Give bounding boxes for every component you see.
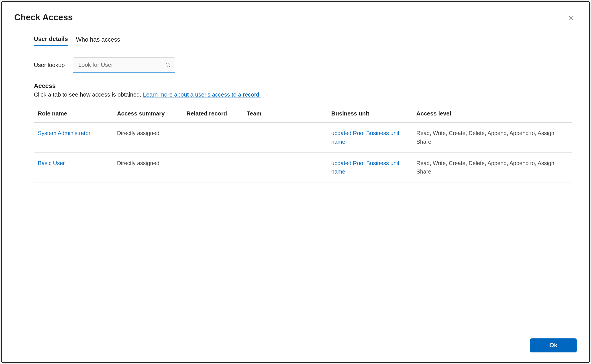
cell-access-summary: Directly assigned: [113, 123, 182, 153]
check-access-dialog: Check Access User details Who has access…: [1, 1, 590, 363]
close-icon: [568, 15, 574, 21]
dialog-title: Check Access: [14, 13, 73, 22]
close-button[interactable]: [566, 13, 575, 23]
table-row: System Administrator Directly assigned u…: [34, 123, 572, 153]
cell-related-record: [182, 152, 243, 182]
cell-team: [243, 123, 327, 153]
access-heading: Access: [34, 82, 577, 90]
col-business-unit: Business unit: [327, 110, 412, 123]
learn-more-link[interactable]: Learn more about a user's access to a re…: [143, 91, 261, 98]
col-access-level: Access level: [412, 110, 572, 123]
col-role-name: Role name: [34, 110, 113, 123]
user-lookup-label: User lookup: [34, 62, 65, 69]
cell-team: [243, 152, 327, 182]
user-lookup-input[interactable]: [73, 57, 175, 72]
cell-access-level: Read, Write, Create, Delete, Append, App…: [412, 123, 572, 153]
cell-role-name[interactable]: Basic User: [34, 152, 113, 182]
user-lookup-field: [73, 57, 175, 72]
access-description: Click a tab to see how access is obtaine…: [34, 91, 577, 98]
cell-business-unit[interactable]: updated Root Business unit name: [327, 152, 412, 182]
cell-access-summary: Directly assigned: [113, 152, 182, 182]
tab-list: User details Who has access: [34, 36, 577, 46]
table-header-row: Role name Access summary Related record …: [34, 110, 572, 123]
cell-business-unit[interactable]: updated Root Business unit name: [327, 123, 412, 153]
col-access-summary: Access summary: [113, 110, 182, 123]
col-related-record: Related record: [182, 110, 243, 123]
col-team: Team: [243, 110, 327, 123]
table-row: Basic User Directly assigned updated Roo…: [34, 152, 572, 182]
cell-role-name[interactable]: System Administrator: [34, 123, 113, 153]
access-table: Role name Access summary Related record …: [34, 110, 572, 182]
tab-user-details[interactable]: User details: [34, 36, 68, 46]
cell-access-level: Read, Write, Create, Delete, Append, App…: [412, 152, 572, 182]
access-description-text: Click a tab to see how access is obtaine…: [34, 91, 143, 98]
ok-button[interactable]: Ok: [530, 338, 577, 352]
cell-related-record: [182, 123, 243, 153]
tab-who-has-access[interactable]: Who has access: [76, 36, 120, 46]
